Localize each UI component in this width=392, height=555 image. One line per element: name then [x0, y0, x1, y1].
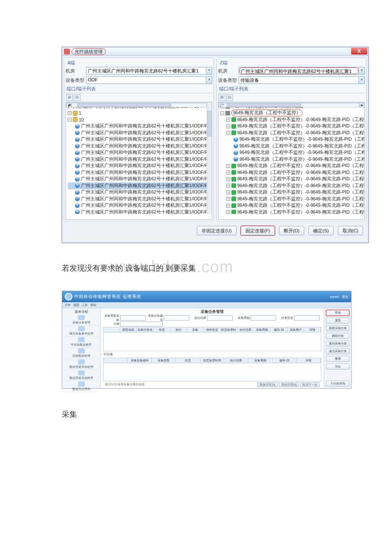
- column-header[interactable]: 执行: [170, 327, 187, 332]
- tree-leaf[interactable]: 广州主城区广州同和中路梅宾北路62号十楼机房汇聚1/IODF/F104-10-9…: [68, 176, 211, 183]
- action-button[interactable]: 禁用: [326, 356, 349, 362]
- tree-leaf[interactable]: 9649-梅宾北路（工程中不监控）-0-9649-梅宾北路-PID（工程中不监控: [220, 156, 363, 163]
- tree-branch[interactable]: +9649-梅宾北路（工程中不监控）-0-9649-梅宾北路-PID（工程中不监…: [220, 189, 363, 196]
- tree-leaf[interactable]: 广州主城区广州同和中路梅宾北路62号十楼机房汇聚1/IODF/F104-10-1…: [68, 196, 211, 202]
- action-button[interactable]: 复制采集任务: [326, 341, 349, 347]
- scrollbar-horizontal[interactable]: ◀▶: [219, 102, 364, 107]
- dropdown-arrow-icon[interactable]: ▾: [206, 67, 212, 74]
- menu-item[interactable]: 帮助: [90, 303, 96, 307]
- sidebar-item[interactable]: 数据变更自动处理: [63, 359, 99, 370]
- tree-branch[interactable]: +9649-梅宾北路（工程中不监控）-0-9649-梅宾北路-PID（工程中不监…: [220, 176, 363, 183]
- action-button[interactable]: 激活采集任务: [326, 348, 349, 354]
- sidebar-item[interactable]: 网元采集事件处理: [63, 326, 99, 337]
- a-room-combo[interactable]: 广州主城区广州同和中路梅宾北路62号十楼机房汇聚1 ▾: [86, 67, 212, 75]
- sidebar-item[interactable]: 数据变更自动检查: [63, 370, 99, 381]
- grid1-body[interactable]: [103, 332, 321, 351]
- date-input[interactable]: [120, 321, 163, 327]
- tree-branch[interactable]: +9649-梅宾北路（工程中不监控）-0-9649-梅宾北路-PID（工程中不监…: [220, 163, 363, 170]
- scrollbar-vertical[interactable]: [207, 102, 212, 214]
- tree-leaf[interactable]: 9649-梅宾北路（工程中不监控）-0-9649-梅宾北路-PID（工程中不监控: [220, 150, 363, 156]
- fixed-connect-button[interactable]: 固定连接(F): [241, 226, 275, 235]
- footer-btn-1[interactable]: 高级设置(A): [257, 382, 277, 387]
- titlebar[interactable]: 光纤跳线管理 X: [62, 47, 368, 56]
- logout-link[interactable]: 登出: [342, 295, 349, 299]
- dropdown-arrow-icon[interactable]: ▾: [358, 67, 364, 74]
- sidebar-item[interactable]: 采集数据处理: [63, 348, 99, 359]
- tree-leaf[interactable]: 广州主城区广州同和中路梅宾北路62号十楼机房汇聚1/IODF/F104-10-8…: [68, 169, 211, 176]
- tree-leaf[interactable]: 广州主城区广州同和中路梅宾北路62号十楼机房汇聚1/IODF/F104-10-6…: [68, 156, 211, 163]
- column-header[interactable]: 采集周期: [248, 358, 273, 363]
- column-header[interactable]: 采集周期: [254, 327, 271, 332]
- dropdown-arrow-icon[interactable]: ▾: [206, 77, 212, 84]
- action-button[interactable]: 导出: [326, 364, 349, 370]
- non-fixed-connect-button[interactable]: 非固定连接(U): [197, 226, 236, 235]
- menu-item[interactable]: 视图: [73, 303, 79, 307]
- column-header[interactable]: 采集类型: [152, 358, 176, 363]
- tree-branch[interactable]: +9649-梅宾北路（工程中不监控）-0-9649-梅宾北路-PID（工程中不监…: [220, 169, 363, 176]
- tree-leaf[interactable]: 广州主城区广州同和中路梅宾北路62号十楼机房汇聚1/IODF/F104-10-7…: [68, 163, 211, 170]
- tree-leaf[interactable]: 广州主城区广州同和中路梅宾北路62号十楼机房汇聚1/IODF/F104-10-2…: [68, 130, 211, 136]
- sidebar-item[interactable]: 数据导出查询: [63, 381, 99, 392]
- sidebar-item[interactable]: 半自动数据检查: [63, 337, 99, 348]
- a-devtype-combo[interactable]: ODF ▾: [86, 76, 212, 84]
- filter-input[interactable]: [251, 315, 276, 321]
- action-button[interactable]: 新建采集任务: [326, 325, 349, 331]
- column-header[interactable]: [104, 358, 128, 363]
- column-header[interactable]: 执行结果: [237, 327, 254, 332]
- column-header[interactable]: [104, 327, 120, 332]
- column-header[interactable]: 编号 20: [271, 327, 287, 332]
- dropdown-arrow-icon[interactable]: ▾: [358, 77, 364, 84]
- tree-leaf[interactable]: 广州主城区广州同和中路梅宾北路62号十楼机房汇聚1/IODF/F104-10-5…: [68, 150, 211, 156]
- column-header[interactable]: 状态改变时间: [200, 358, 225, 363]
- tree-branch[interactable]: +9649-梅宾北路（工程中不监控）-0-9649-梅宾北路-PID（工程中不监…: [220, 123, 363, 130]
- column-header[interactable]: 详情: [304, 327, 321, 332]
- column-header[interactable]: 状态: [176, 358, 200, 363]
- ok-button[interactable]: 确定(S): [308, 226, 334, 235]
- tree-leaf[interactable]: 广州主城区广州同和中路梅宾北路62号十楼机房汇聚1/IODF/F104-10-1…: [68, 189, 211, 196]
- footer-btn-2[interactable]: 高级设置(B): [279, 382, 299, 387]
- action-button[interactable]: 重置: [326, 318, 349, 324]
- column-header[interactable]: 类型名称: [120, 327, 137, 332]
- filter-input[interactable]: [164, 315, 189, 321]
- disconnect-button[interactable]: 断开(D): [279, 226, 304, 235]
- filter-input[interactable]: [120, 315, 146, 321]
- scrollbar-horizontal[interactable]: ◀▶: [66, 102, 212, 107]
- column-header[interactable]: 编号 20: [273, 358, 297, 363]
- tree-group[interactable]: +1: [68, 110, 211, 117]
- column-header[interactable]: 采集设备编号: [128, 358, 152, 363]
- tree-leaf[interactable]: 9649-梅宾北路（工程中不监控）-0-9649-梅宾北路-PID（工程中不监控: [220, 143, 363, 150]
- sidebar-item[interactable]: 采集任务管理: [63, 315, 99, 326]
- tree-branch[interactable]: +9649-梅宾北路（工程中不监控）-0-9649-梅宾北路-PID（工程中不监…: [220, 116, 363, 123]
- action-button[interactable]: 查询: [326, 310, 349, 316]
- tree-leaf[interactable]: 广州主城区广州同和中路梅宾北路62号十楼机房汇聚1/IODF/F104-10-4…: [68, 143, 211, 150]
- z-devtype-combo[interactable]: 传输设备 ▾: [239, 76, 365, 84]
- menu-item[interactable]: 工具: [82, 303, 88, 307]
- expand-all-button[interactable]: ⊞: [66, 94, 73, 101]
- grid2-body[interactable]: [103, 363, 321, 382]
- tree-branch[interactable]: −9649-梅宾北路（工程中不监控）-0-9649-梅宾北路-PID（工程中不监…: [220, 130, 363, 136]
- tree-leaf[interactable]: 9649-梅宾北路（工程中不监控）-0-9649-梅宾北路-PID（工程中不监控: [220, 136, 363, 143]
- action-button[interactable]: 删除任务: [326, 333, 349, 339]
- expand-all-button[interactable]: ⊞: [219, 94, 225, 101]
- tree-leaf[interactable]: 广州主城区广州同和中路梅宾北路62号十楼机房汇聚1/IODF/F104-10-1…: [68, 209, 211, 214]
- tree-leaf[interactable]: 广州主城区广州同和中路梅宾北路62号十楼机房汇聚1/IODF/F104-10-1…: [68, 182, 211, 189]
- column-header[interactable]: 执行结果: [224, 358, 248, 363]
- collapse-all-button[interactable]: ⊟: [74, 94, 81, 101]
- subtask-query-button[interactable]: 子任务查询: [326, 381, 349, 387]
- cancel-button[interactable]: 取消(C): [338, 226, 363, 235]
- tree-leaf[interactable]: 广州主城区广州同和中路梅宾北路62号十楼机房汇聚1/IODF/F104-10-1…: [68, 202, 211, 209]
- column-header[interactable]: 采集任务名称: [137, 327, 153, 332]
- collapse-all-button[interactable]: ⊟: [226, 94, 233, 101]
- close-button[interactable]: X: [351, 48, 367, 55]
- menu-item[interactable]: 文件: [65, 303, 71, 307]
- filter-input[interactable]: [207, 315, 233, 321]
- column-header[interactable]: 操作状态: [204, 327, 220, 332]
- tree-root[interactable]: −9649-梅宾北路（工程中不监控）: [220, 110, 363, 117]
- tree-leaf[interactable]: 广州主城区广州同和中路梅宾北路62号十楼机房汇聚1/IODF/F104-10-1…: [68, 123, 211, 130]
- column-header[interactable]: 详情: [297, 358, 321, 363]
- tree-branch[interactable]: +9649-梅宾北路（工程中不监控）-0-9649-梅宾北路-PID（工程中不监…: [220, 209, 363, 214]
- tree-branch[interactable]: +9649-梅宾北路（工程中不监控）-0-9649-梅宾北路-PID（工程中不监…: [220, 202, 363, 209]
- column-header[interactable]: 采集: [187, 327, 204, 332]
- tree-branch[interactable]: +9649-梅宾北路（工程中不监控）-0-9649-梅宾北路-PID（工程中不监…: [220, 196, 363, 202]
- column-header[interactable]: 采集用户: [288, 327, 304, 332]
